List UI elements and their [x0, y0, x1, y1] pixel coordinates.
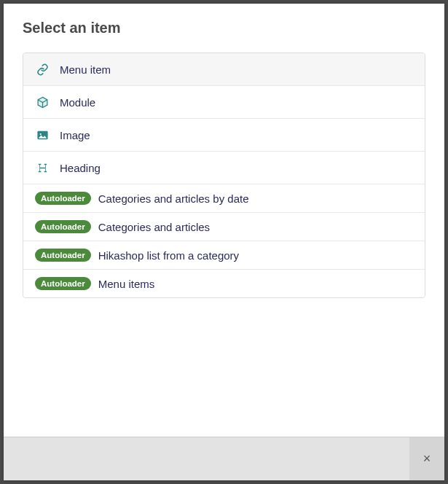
item-label: Categories and articles	[98, 221, 210, 233]
item-menu-items[interactable]: Autoloader Menu items	[23, 270, 425, 297]
item-label: Categories and articles by date	[98, 192, 249, 205]
image-icon	[35, 128, 50, 142]
item-label: Module	[60, 96, 95, 109]
autoloader-badge: Autoloader	[35, 220, 91, 233]
item-label: Heading	[60, 162, 101, 174]
item-label: Image	[60, 129, 90, 141]
item-module[interactable]: Module	[23, 86, 425, 119]
item-hikashop-list[interactable]: Autoloader Hikashop list from a category	[23, 241, 425, 270]
item-categories-articles[interactable]: Autoloader Categories and articles	[23, 213, 425, 241]
item-list: Menu item Module	[23, 52, 425, 298]
item-image[interactable]: Image	[23, 119, 425, 152]
item-label: Menu items	[98, 278, 155, 290]
select-item-modal: Select an item Menu item	[4, 4, 444, 480]
item-heading[interactable]: Heading	[23, 152, 425, 184]
item-label: Menu item	[60, 63, 111, 76]
autoloader-badge: Autoloader	[35, 277, 91, 290]
link-icon	[35, 62, 50, 77]
modal-title: Select an item	[23, 20, 425, 36]
autoloader-badge: Autoloader	[35, 192, 91, 205]
item-categories-articles-by-date[interactable]: Autoloader Categories and articles by da…	[23, 184, 425, 213]
close-button[interactable]: ×	[409, 437, 444, 480]
modal-footer: ×	[4, 437, 444, 480]
svg-point-1	[39, 133, 41, 134]
close-icon: ×	[423, 451, 431, 467]
heading-icon	[35, 160, 50, 175]
modal-body: Select an item Menu item	[4, 4, 444, 437]
autoloader-badge: Autoloader	[35, 249, 91, 262]
cube-icon	[35, 95, 50, 109]
item-menu-item[interactable]: Menu item	[23, 53, 425, 86]
item-label: Hikashop list from a category	[98, 249, 239, 262]
